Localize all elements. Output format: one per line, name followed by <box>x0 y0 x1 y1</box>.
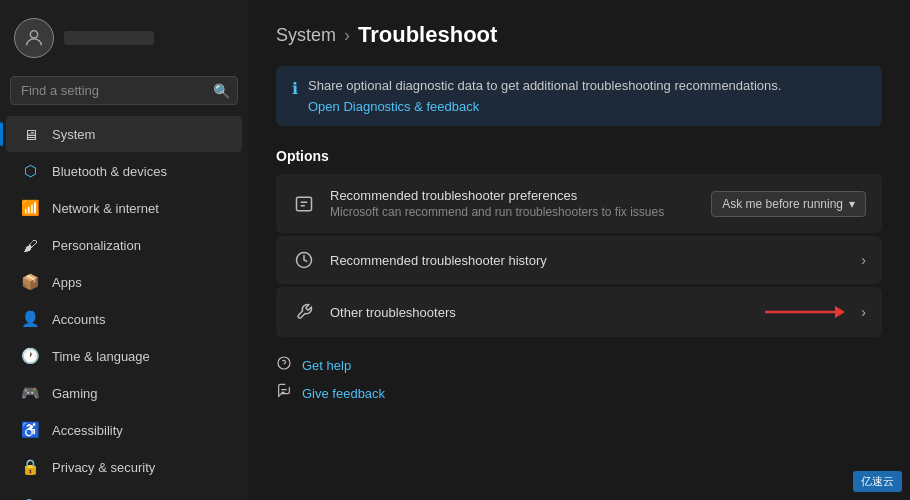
other-troubleshooters-right: › <box>763 301 866 323</box>
recommended-history-text: Recommended troubleshooter history <box>330 253 847 268</box>
sidebar-item-label: Privacy & security <box>52 460 155 475</box>
dropdown-label: Ask me before running <box>722 197 843 211</box>
accessibility-icon: ♿ <box>20 420 40 440</box>
recommended-prefs-icon <box>292 194 316 214</box>
system-icon: 🖥 <box>20 124 40 144</box>
options-section-label: Options <box>276 148 882 164</box>
accounts-icon: 👤 <box>20 309 40 329</box>
sidebar-item-label: Accounts <box>52 312 105 327</box>
sidebar-item-apps[interactable]: 📦 Apps <box>6 264 242 300</box>
search-container: 🔍 <box>10 76 238 105</box>
search-icon: 🔍 <box>213 83 230 99</box>
sidebar-item-label: Apps <box>52 275 82 290</box>
sidebar-item-label: Accessibility <box>52 423 123 438</box>
recommended-prefs-subtitle: Microsoft can recommend and run troubles… <box>330 205 697 219</box>
sidebar-item-gaming[interactable]: 🎮 Gaming <box>6 375 242 411</box>
info-icon: ℹ <box>292 79 298 98</box>
sidebar-item-label: Time & language <box>52 349 150 364</box>
sidebar-item-personalization[interactable]: 🖌 Personalization <box>6 227 242 263</box>
apps-icon: 📦 <box>20 272 40 292</box>
sidebar-item-privacy[interactable]: 🔒 Privacy & security <box>6 449 242 485</box>
other-troubleshooters-title: Other troubleshooters <box>330 305 749 320</box>
page-title: Troubleshoot <box>358 22 497 48</box>
svg-point-0 <box>30 31 37 38</box>
breadcrumb-separator: › <box>344 25 350 46</box>
recommended-prefs-right: Ask me before running ▾ <box>711 191 866 217</box>
svg-marker-4 <box>835 306 845 318</box>
svg-point-5 <box>278 357 290 369</box>
svg-rect-1 <box>297 197 312 210</box>
sidebar-item-network[interactable]: 📶 Network & internet <box>6 190 242 226</box>
sidebar: 🔍 🖥 System ⬡ Bluetooth & devices 📶 Netwo… <box>0 0 248 500</box>
personalization-icon: 🖌 <box>20 235 40 255</box>
avatar <box>14 18 54 58</box>
other-troubleshooters-icon <box>292 302 316 322</box>
get-help-icon <box>276 355 292 375</box>
red-arrow-annotation <box>763 301 853 323</box>
nav-list: 🖥 System ⬡ Bluetooth & devices 📶 Network… <box>0 115 248 500</box>
sidebar-item-update[interactable]: ⟳ Windows Update <box>6 486 242 500</box>
get-help-label: Get help <box>302 358 351 373</box>
sidebar-item-label: Personalization <box>52 238 141 253</box>
gaming-icon: 🎮 <box>20 383 40 403</box>
info-banner-text: Share optional diagnostic data to get ad… <box>308 78 866 93</box>
privacy-icon: 🔒 <box>20 457 40 477</box>
time-icon: 🕐 <box>20 346 40 366</box>
ask-before-running-dropdown[interactable]: Ask me before running ▾ <box>711 191 866 217</box>
breadcrumb: System › Troubleshoot <box>276 22 882 48</box>
sidebar-item-accounts[interactable]: 👤 Accounts <box>6 301 242 337</box>
recommended-prefs-title: Recommended troubleshooter preferences <box>330 188 697 203</box>
breadcrumb-parent: System <box>276 25 336 46</box>
bottom-links: Get help Give feedback <box>276 355 882 403</box>
recommended-history-icon <box>292 250 316 270</box>
other-troubleshooters-text: Other troubleshooters <box>330 305 749 320</box>
sidebar-item-label: Windows Update <box>52 497 150 501</box>
recommended-history-right: › <box>861 252 866 268</box>
option-recommended-prefs[interactable]: Recommended troubleshooter preferences M… <box>276 174 882 233</box>
bluetooth-icon: ⬡ <box>20 161 40 181</box>
get-help-link[interactable]: Get help <box>276 355 882 375</box>
sidebar-item-system[interactable]: 🖥 System <box>6 116 242 152</box>
dropdown-chevron-icon: ▾ <box>849 197 855 211</box>
chevron-right-icon: › <box>861 252 866 268</box>
option-recommended-history[interactable]: Recommended troubleshooter history › <box>276 236 882 284</box>
info-banner: ℹ Share optional diagnostic data to get … <box>276 66 882 126</box>
username-bar <box>64 31 154 45</box>
give-feedback-label: Give feedback <box>302 386 385 401</box>
recommended-history-title: Recommended troubleshooter history <box>330 253 847 268</box>
profile-section <box>0 8 248 72</box>
sidebar-item-label: System <box>52 127 95 142</box>
options-list: Recommended troubleshooter preferences M… <box>276 174 882 337</box>
option-other-troubleshooters[interactable]: Other troubleshooters › <box>276 287 882 337</box>
recommended-prefs-text: Recommended troubleshooter preferences M… <box>330 188 697 219</box>
watermark-badge: 亿速云 <box>853 471 902 492</box>
sidebar-item-bluetooth[interactable]: ⬡ Bluetooth & devices <box>6 153 242 189</box>
sidebar-item-label: Network & internet <box>52 201 159 216</box>
give-feedback-icon <box>276 383 292 403</box>
search-input[interactable] <box>10 76 238 105</box>
sidebar-item-label: Gaming <box>52 386 98 401</box>
network-icon: 📶 <box>20 198 40 218</box>
open-diagnostics-link[interactable]: Open Diagnostics & feedback <box>308 99 479 114</box>
sidebar-item-time[interactable]: 🕐 Time & language <box>6 338 242 374</box>
main-content: System › Troubleshoot ℹ Share optional d… <box>248 0 910 500</box>
sidebar-item-accessibility[interactable]: ♿ Accessibility <box>6 412 242 448</box>
update-icon: ⟳ <box>20 494 40 500</box>
give-feedback-link[interactable]: Give feedback <box>276 383 882 403</box>
info-text-block: Share optional diagnostic data to get ad… <box>308 78 866 114</box>
chevron-right-icon-2: › <box>861 304 866 320</box>
sidebar-item-label: Bluetooth & devices <box>52 164 167 179</box>
